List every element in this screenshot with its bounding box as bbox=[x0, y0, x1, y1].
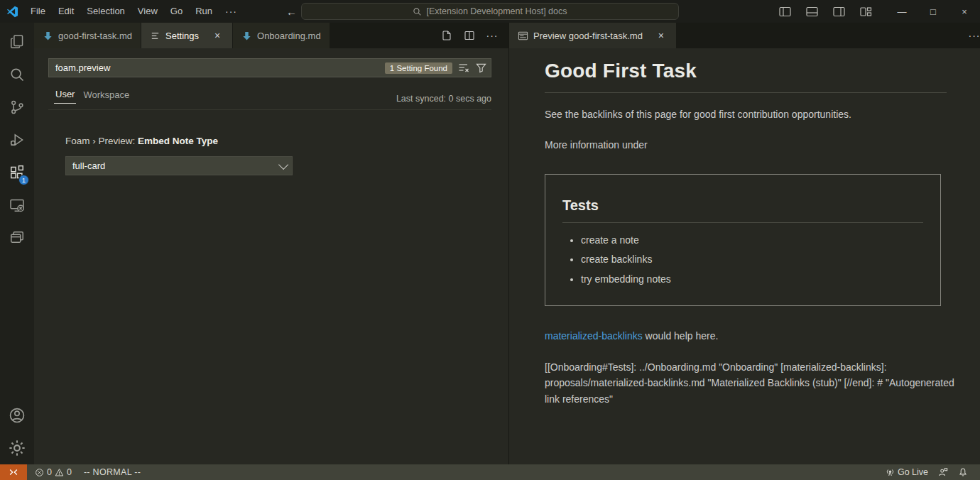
menu-view[interactable]: View bbox=[131, 4, 164, 19]
feedback-icon bbox=[938, 467, 948, 477]
link-tail-text: would help here. bbox=[643, 330, 719, 342]
preview-paragraph: See the backlinks of this page for good … bbox=[545, 107, 955, 122]
settings-gear-icon[interactable] bbox=[0, 432, 34, 464]
markdown-file-icon bbox=[43, 31, 53, 41]
heading-rule bbox=[545, 92, 947, 93]
feedback-button[interactable] bbox=[933, 467, 953, 477]
editor-windows-icon[interactable] bbox=[0, 222, 34, 254]
window-close-button[interactable]: × bbox=[949, 0, 980, 23]
remote-explorer-icon[interactable] bbox=[0, 189, 34, 222]
clear-settings-search-icon[interactable] bbox=[458, 62, 470, 73]
setting-title: Foam › Preview: Embed Note Type bbox=[65, 136, 508, 146]
menu-file[interactable]: File bbox=[24, 4, 52, 19]
preview-heading: Good First Task bbox=[545, 60, 955, 82]
bell-icon bbox=[958, 467, 968, 477]
setting-category: Foam › Preview: bbox=[65, 136, 138, 146]
source-control-icon[interactable] bbox=[0, 91, 34, 124]
tab-preview-good-first-task[interactable]: Preview good-first-task.md × bbox=[509, 23, 677, 48]
embedded-note-card: Tests create a note create backlinks try… bbox=[545, 174, 941, 306]
menu-edit[interactable]: Edit bbox=[52, 4, 80, 19]
setting-name: Embed Note Type bbox=[138, 136, 218, 146]
editor-groups: good-first-task.md Settings × Onboarding… bbox=[34, 23, 980, 464]
list-item: create backlinks bbox=[581, 252, 923, 266]
warning-count: 0 bbox=[67, 467, 72, 477]
markdown-file-icon bbox=[241, 31, 252, 41]
toggle-secondary-sidebar-icon[interactable] bbox=[828, 2, 849, 21]
broadcast-icon bbox=[886, 468, 895, 477]
problems-indicator[interactable]: 0 0 bbox=[30, 467, 77, 477]
split-editor-icon[interactable] bbox=[462, 28, 477, 43]
vim-mode-indicator[interactable]: -- NORMAL -- bbox=[84, 467, 141, 477]
list-item: create a note bbox=[581, 233, 923, 247]
window-minimize-button[interactable]: — bbox=[886, 0, 918, 23]
select-value: full-card bbox=[72, 160, 105, 171]
materialized-backlinks-link[interactable]: materialized-backlinks bbox=[545, 330, 643, 342]
left-tab-strip: good-first-task.md Settings × Onboarding… bbox=[34, 23, 508, 48]
menu-go[interactable]: Go bbox=[164, 4, 189, 19]
remote-icon bbox=[9, 467, 18, 477]
card-bullet-list: create a note create backlinks try embed… bbox=[581, 233, 923, 286]
tab-close-icon[interactable]: × bbox=[655, 29, 668, 42]
run-debug-icon[interactable] bbox=[0, 124, 34, 156]
tab-label: good-first-task.md bbox=[58, 31, 132, 41]
scope-tab-workspace[interactable]: Workspace bbox=[82, 88, 131, 104]
go-live-label: Go Live bbox=[898, 467, 928, 477]
markdown-preview-icon bbox=[518, 31, 528, 41]
more-actions-icon[interactable]: ··· bbox=[967, 28, 980, 43]
toggle-primary-sidebar-icon[interactable] bbox=[774, 2, 795, 21]
customize-layout-icon[interactable] bbox=[855, 2, 876, 21]
preview-paragraph: More information under bbox=[545, 138, 955, 153]
warning-icon bbox=[55, 468, 64, 477]
error-count: 0 bbox=[47, 467, 52, 477]
toggle-panel-icon[interactable] bbox=[801, 2, 822, 21]
status-bar: 0 0 -- NORMAL -- Go Live bbox=[0, 464, 980, 480]
list-item: try embedding notes bbox=[581, 272, 923, 286]
settings-search-input[interactable]: foam.preview 1 Setting Found bbox=[48, 58, 491, 77]
go-live-button[interactable]: Go Live bbox=[881, 467, 933, 477]
right-tab-strip: Preview good-first-task.md × ··· bbox=[509, 23, 980, 48]
tab-settings[interactable]: Settings × bbox=[141, 23, 233, 48]
markdown-preview: Good First Task See the backlinks of thi… bbox=[509, 48, 980, 464]
settings-results-badge: 1 Setting Found bbox=[385, 62, 452, 74]
title-bar: File Edit Selection View Go Run ··· ← → … bbox=[0, 0, 980, 23]
link-paragraph: materialized-backlinks would help here. bbox=[545, 329, 955, 344]
reference-paragraph: [[Onboarding#Tests]: ../Onboarding.md "O… bbox=[545, 359, 955, 408]
chevron-down-icon bbox=[278, 159, 288, 169]
more-actions-icon[interactable]: ··· bbox=[484, 28, 500, 43]
search-icon bbox=[413, 7, 422, 16]
tab-label: Onboarding.md bbox=[257, 31, 321, 41]
window-maximize-button[interactable]: □ bbox=[918, 0, 949, 23]
filter-icon[interactable] bbox=[476, 62, 486, 73]
command-center-title: [Extension Development Host] docs bbox=[426, 6, 567, 16]
open-preview-icon[interactable] bbox=[439, 28, 454, 43]
tab-close-icon[interactable]: × bbox=[211, 29, 224, 42]
error-icon bbox=[35, 468, 44, 477]
vscode-logo-icon bbox=[0, 6, 24, 18]
scope-tab-user[interactable]: User bbox=[54, 87, 76, 104]
menu-overflow[interactable]: ··· bbox=[219, 4, 244, 19]
explorer-icon[interactable] bbox=[0, 26, 34, 58]
editor-group-left: good-first-task.md Settings × Onboarding… bbox=[34, 23, 508, 464]
embed-note-type-select[interactable]: full-card bbox=[65, 156, 293, 175]
accounts-icon[interactable] bbox=[0, 399, 34, 432]
menu-selection[interactable]: Selection bbox=[80, 4, 131, 19]
last-synced-label: Last synced: 0 secs ago bbox=[396, 94, 491, 104]
tab-good-first-task[interactable]: good-first-task.md bbox=[34, 23, 141, 48]
setting-embed-note-type: Foam › Preview: Embed Note Type full-car… bbox=[65, 136, 508, 175]
editor-group-right: Preview good-first-task.md × ··· Good Fi… bbox=[508, 23, 980, 464]
card-heading: Tests bbox=[562, 197, 923, 223]
notifications-button[interactable] bbox=[953, 467, 973, 477]
menu-run[interactable]: Run bbox=[189, 4, 219, 19]
workbench: 1 bbox=[0, 23, 980, 464]
extensions-icon[interactable]: 1 bbox=[0, 156, 34, 189]
tab-onboarding[interactable]: Onboarding.md bbox=[233, 23, 330, 48]
activity-bar: 1 bbox=[0, 23, 34, 464]
navigate-back-icon[interactable]: ← bbox=[286, 6, 297, 18]
search-view-icon[interactable] bbox=[0, 58, 34, 91]
remote-indicator[interactable] bbox=[0, 464, 27, 480]
settings-editor: foam.preview 1 Setting Found User bbox=[34, 48, 508, 464]
extensions-badge: 1 bbox=[18, 175, 29, 185]
command-center-search[interactable]: [Extension Development Host] docs bbox=[301, 3, 679, 20]
tab-label: Settings bbox=[165, 31, 199, 41]
settings-search-value: foam.preview bbox=[55, 62, 385, 73]
